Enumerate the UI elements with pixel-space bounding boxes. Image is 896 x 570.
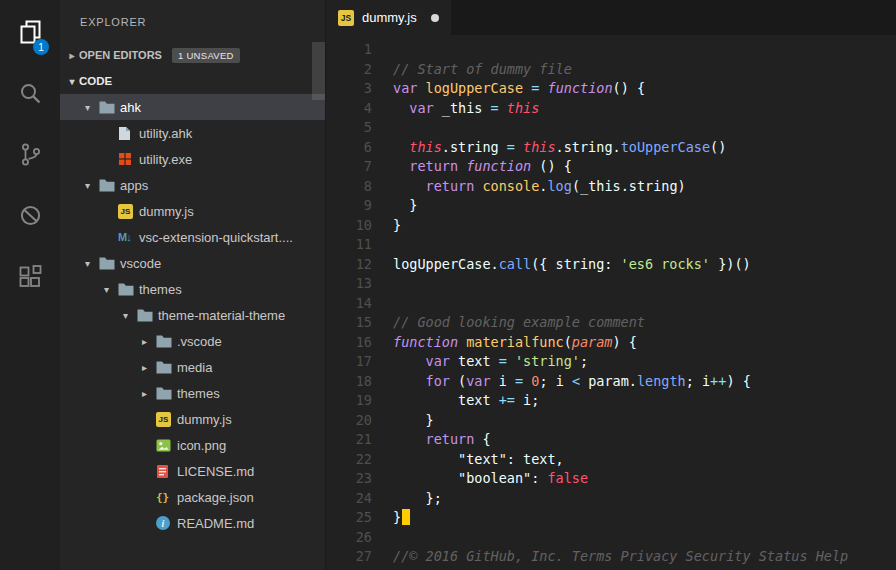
root-folder-label: CODE [79, 75, 112, 87]
search-icon [17, 80, 44, 111]
code-line-10[interactable]: 10} [326, 216, 896, 236]
code-line-1[interactable]: 1 [326, 40, 896, 60]
tree-item-label: README.md [177, 516, 254, 531]
tree-file-dummy.js[interactable]: JSdummy.js [60, 198, 325, 224]
code-text: // Start of dummy file [393, 60, 572, 80]
tree-file-package.json[interactable]: {}package.json [60, 484, 325, 510]
chevron-down-icon[interactable]: ▾ [85, 102, 99, 113]
tree-file-utility.exe[interactable]: utility.exe [60, 146, 325, 172]
code-line-7[interactable]: 7 return function () { [326, 157, 896, 177]
code-line-13[interactable]: 13 [326, 274, 896, 294]
line-number: 22 [326, 450, 372, 470]
open-editors-label: OPEN EDITORS [79, 49, 162, 61]
line-number: 3 [326, 79, 372, 99]
code-line-9[interactable]: 9 } [326, 196, 896, 216]
code-text: return console.log(_this.string) [393, 177, 686, 197]
tree-item-label: package.json [177, 490, 254, 505]
code-line-12[interactable]: 12logUpperCase.call({ string: 'es6 rocks… [326, 255, 896, 275]
tree-file-vsc-extension-quickstart....[interactable]: M↓vsc-extension-quickstart.... [60, 224, 325, 250]
tree-folder-vscode[interactable]: ▾vscode [60, 250, 325, 276]
explorer-sidebar: EXPLORER ▸ OPEN EDITORS 1 UNSAVED ▾ CODE… [60, 0, 325, 570]
tree-file-readme.md[interactable]: iREADME.md [60, 510, 325, 536]
code-line-23[interactable]: 23 "boolean": false [326, 469, 896, 489]
tree-folder-themes[interactable]: ▾themes [60, 276, 325, 302]
tree-file-dummy.js[interactable]: JSdummy.js [60, 406, 325, 432]
code-line-24[interactable]: 24 }; [326, 489, 896, 509]
open-editors-header[interactable]: ▸ OPEN EDITORS 1 UNSAVED [60, 42, 325, 68]
root-folder-header[interactable]: ▾ CODE [60, 68, 325, 94]
chevron-down-icon[interactable]: ▾ [85, 258, 99, 269]
info-file-icon: i [156, 515, 176, 531]
activitybar-source-control[interactable] [0, 128, 60, 184]
tree-item-label: dummy.js [177, 412, 232, 427]
code-area[interactable]: 12// Start of dummy file3var logUpperCas… [326, 35, 896, 570]
code-line-27[interactable]: 27//© 2016 GitHub, Inc. Terms Privacy Se… [326, 547, 896, 567]
code-line-17[interactable]: 17 var text = 'string'; [326, 352, 896, 372]
code-line-6[interactable]: 6 this.string = this.string.toUpperCase(… [326, 138, 896, 158]
activitybar-search[interactable] [0, 67, 60, 123]
code-line-11[interactable]: 11 [326, 235, 896, 255]
tree-item-label: icon.png [177, 438, 226, 453]
chevron-down-icon[interactable]: ▾ [85, 180, 99, 191]
tree-file-utility.ahk[interactable]: utility.ahk [60, 120, 325, 146]
code-line-14[interactable]: 14 [326, 294, 896, 314]
code-line-18[interactable]: 18 for (var i = 0; i < param.length; i++… [326, 372, 896, 392]
line-number: 12 [326, 255, 372, 275]
js-file-icon: JS [118, 203, 138, 219]
code-line-21[interactable]: 21 return { [326, 430, 896, 450]
tree-item-label: vsc-extension-quickstart.... [139, 230, 293, 245]
activitybar-explorer[interactable]: 1 [0, 6, 60, 62]
tree-folder-themes[interactable]: ▸themes [60, 380, 325, 406]
folder-icon [99, 177, 119, 193]
code-line-8[interactable]: 8 return console.log(_this.string) [326, 177, 896, 197]
code-text: logUpperCase.call({ string: 'es6 rocks' … [393, 255, 751, 275]
folder-icon [99, 255, 119, 271]
text-cursor [402, 509, 410, 525]
chevron-down-icon[interactable]: ▾ [123, 310, 137, 321]
sidebar-scrollbar[interactable] [312, 42, 325, 100]
tree-folder-.vscode[interactable]: ▸.vscode [60, 328, 325, 354]
line-number: 20 [326, 411, 372, 431]
file-tree: ▾ahkutility.ahkutility.exe▾appsJSdummy.j… [60, 94, 325, 536]
explorer-badge: 1 [33, 39, 49, 55]
tree-item-label: LICENSE.md [177, 464, 254, 479]
chevron-right-icon: ▸ [65, 50, 79, 61]
tree-folder-apps[interactable]: ▾apps [60, 172, 325, 198]
tree-item-label: .vscode [177, 334, 222, 349]
tab-dummy-js[interactable]: JS dummy.js [326, 0, 451, 35]
code-text: }; [393, 489, 442, 509]
chevron-right-icon[interactable]: ▸ [142, 362, 156, 373]
line-number: 19 [326, 391, 372, 411]
code-text: text += i; [393, 391, 539, 411]
code-text: // Good looking example comment [393, 313, 645, 333]
code-line-20[interactable]: 20 } [326, 411, 896, 431]
code-line-2[interactable]: 2// Start of dummy file [326, 60, 896, 80]
code-text: var logUpperCase = function() { [393, 79, 645, 99]
code-line-3[interactable]: 3var logUpperCase = function() { [326, 79, 896, 99]
code-line-25[interactable]: 25} [326, 508, 896, 528]
tree-item-label: vscode [120, 256, 161, 271]
chevron-down-icon[interactable]: ▾ [104, 284, 118, 295]
code-line-4[interactable]: 4 var _this = this [326, 99, 896, 119]
code-line-19[interactable]: 19 text += i; [326, 391, 896, 411]
line-number: 27 [326, 547, 372, 567]
tree-folder-ahk[interactable]: ▾ahk [60, 94, 325, 120]
chevron-right-icon[interactable]: ▸ [142, 336, 156, 347]
git-branch-icon [17, 141, 44, 172]
activitybar-extensions[interactable] [0, 250, 60, 306]
debug-disabled-icon [17, 202, 44, 233]
tree-folder-theme-material-theme[interactable]: ▾theme-material-theme [60, 302, 325, 328]
code-line-22[interactable]: 22 "text": text, [326, 450, 896, 470]
tree-file-icon.png[interactable]: icon.png [60, 432, 325, 458]
code-line-15[interactable]: 15// Good looking example comment [326, 313, 896, 333]
activitybar-debug[interactable] [0, 189, 60, 245]
code-text: var _this = this [393, 99, 539, 119]
code-line-5[interactable]: 5 [326, 118, 896, 138]
chevron-right-icon[interactable]: ▸ [142, 388, 156, 399]
code-line-26[interactable]: 26 [326, 528, 896, 548]
tree-file-license.md[interactable]: LICENSE.md [60, 458, 325, 484]
unsaved-dot-icon[interactable] [431, 14, 439, 22]
code-line-16[interactable]: 16function materialfunc(param) { [326, 333, 896, 353]
tree-folder-media[interactable]: ▸media [60, 354, 325, 380]
line-number: 7 [326, 157, 372, 177]
